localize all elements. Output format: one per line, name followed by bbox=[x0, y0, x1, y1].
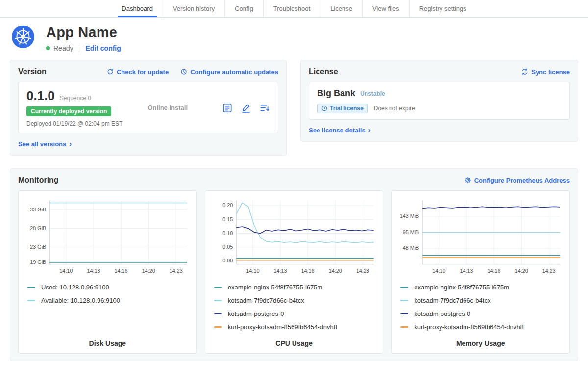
kubernetes-logo bbox=[11, 25, 35, 49]
monitoring-panel: Monitoring Configure Prometheus Address … bbox=[10, 168, 578, 361]
charts-row: 19 GiB23 GiB28 GiB33 GiB14:1014:1314:161… bbox=[18, 190, 570, 354]
sync-arrows-icon bbox=[521, 68, 528, 75]
app-status-row: Ready Edit config bbox=[46, 44, 121, 52]
svg-text:28 GiB: 28 GiB bbox=[30, 225, 46, 231]
legend-item: Available: 10.128.0.96:9100 bbox=[25, 294, 190, 307]
chart-canvas: 48 MiB95 MiB143 MiB14:1014:1314:1614:201… bbox=[398, 197, 563, 277]
version-panel-title: Version bbox=[18, 67, 47, 76]
status-label: Ready bbox=[53, 44, 73, 52]
chart-title: CPU Usage bbox=[212, 334, 376, 347]
see-all-versions-label: See all versions bbox=[18, 140, 66, 148]
legend-label: kotsadm-7f9dc7d66c-b4tcx bbox=[228, 297, 304, 304]
deployed-timestamp: Deployed 01/19/22 @ 02:04 pm EST bbox=[26, 120, 147, 127]
license-detail-row: Trial license Does not expire bbox=[317, 104, 562, 113]
release-notes-icon[interactable] bbox=[222, 103, 233, 113]
legend-dash bbox=[400, 313, 408, 314]
legend-item: kurl-proxy-kotsadm-8569fb6454-dnvh8 bbox=[212, 320, 376, 334]
tab-license[interactable]: License bbox=[320, 0, 362, 17]
cards-row: Version Check for update bbox=[0, 60, 588, 156]
page-title: App Name bbox=[46, 25, 121, 41]
legend-dash bbox=[214, 326, 222, 328]
cpu-usage-legend: example-nginx-54f8f76755-l675mkotsadm-7f… bbox=[212, 281, 376, 334]
current-version-card: 0.1.0 Sequence 0 Currently deployed vers… bbox=[18, 82, 278, 133]
tab-dashboard[interactable]: Dashboard bbox=[112, 0, 163, 17]
legend-label: kurl-proxy-kotsadm-8569fb6454-dnvh8 bbox=[228, 323, 337, 331]
cpu-usage-chart: 0.000.050.100.150.2014:1014:1314:1614:20… bbox=[212, 197, 376, 277]
version-number-row: 0.1.0 Sequence 0 bbox=[26, 88, 147, 104]
tab-troubleshoot[interactable]: Troubleshoot bbox=[263, 0, 320, 17]
legend-label: example-nginx-54f8f76755-l675m bbox=[228, 284, 323, 291]
tab-version-history[interactable]: Version history bbox=[163, 0, 224, 17]
configure-automatic-updates-label: Configure automatic updates bbox=[190, 68, 278, 76]
svg-text:0.05: 0.05 bbox=[222, 244, 233, 250]
gear-icon bbox=[465, 177, 471, 183]
check-for-update-link[interactable]: Check for update bbox=[107, 68, 169, 76]
legend-item: example-nginx-54f8f76755-l675m bbox=[398, 281, 563, 294]
chart-card-cpu: 0.000.050.100.150.2014:1014:1314:1614:20… bbox=[205, 190, 384, 354]
license-name-row: Big Bank Unstable bbox=[317, 88, 562, 99]
configure-automatic-updates-link[interactable]: Configure automatic updates bbox=[180, 68, 278, 76]
license-channel: Unstable bbox=[360, 90, 385, 97]
svg-text:48 MiB: 48 MiB bbox=[403, 245, 419, 251]
sync-license-link[interactable]: Sync license bbox=[521, 68, 570, 76]
legend-dash bbox=[214, 300, 222, 301]
chevron-right-icon: › bbox=[368, 126, 371, 133]
tab-view-files[interactable]: View files bbox=[362, 0, 409, 17]
legend-dash bbox=[400, 300, 408, 301]
check-for-update-label: Check for update bbox=[117, 68, 169, 76]
legend-dash bbox=[214, 313, 222, 314]
nav-tabs: DashboardVersion historyConfigTroublesho… bbox=[112, 0, 476, 17]
legend-label: Used: 10.128.0.96:9100 bbox=[41, 284, 109, 291]
svg-text:33 GiB: 33 GiB bbox=[30, 207, 46, 212]
clock-arrows-icon bbox=[180, 68, 187, 75]
chart-card-disk: 19 GiB23 GiB28 GiB33 GiB14:1014:1314:161… bbox=[18, 190, 197, 354]
version-panel-foot: See all versions › bbox=[18, 139, 278, 148]
svg-text:143 MiB: 143 MiB bbox=[400, 213, 419, 219]
monitoring-title: Monitoring bbox=[18, 176, 59, 184]
legend-label: Available: 10.128.0.96:9100 bbox=[41, 297, 120, 304]
svg-text:14:10: 14:10 bbox=[246, 268, 259, 274]
deploy-logs-icon[interactable] bbox=[259, 103, 270, 113]
svg-text:14:23: 14:23 bbox=[170, 268, 183, 274]
configure-prometheus-link[interactable]: Configure Prometheus Address bbox=[465, 177, 570, 184]
svg-text:14:16: 14:16 bbox=[488, 268, 501, 274]
tab-config[interactable]: Config bbox=[224, 0, 263, 17]
see-all-versions-link[interactable]: See all versions › bbox=[18, 140, 72, 148]
deployed-badge: Currently deployed version bbox=[26, 106, 111, 116]
legend-item: kotsadm-postgres-0 bbox=[398, 307, 563, 320]
app-header: App Name Ready Edit config bbox=[0, 18, 588, 52]
legend-item: kotsadm-postgres-0 bbox=[212, 307, 376, 320]
sequence-label: Sequence 0 bbox=[60, 95, 91, 102]
svg-text:14:16: 14:16 bbox=[115, 268, 128, 274]
legend-label: kurl-proxy-kotsadm-8569fb6454-dnvh8 bbox=[414, 323, 523, 331]
license-panel-title: License bbox=[309, 67, 338, 76]
trial-license-badge: Trial license bbox=[317, 104, 368, 113]
status-dot bbox=[46, 46, 50, 50]
disk-usage-legend: Used: 10.128.0.96:9100Available: 10.128.… bbox=[25, 281, 190, 307]
legend-dash bbox=[400, 326, 408, 328]
legend-dash bbox=[214, 287, 222, 288]
memory-usage-chart: 48 MiB95 MiB143 MiB14:1014:1314:1614:201… bbox=[398, 197, 563, 277]
svg-text:14:20: 14:20 bbox=[515, 268, 528, 274]
divider bbox=[79, 45, 79, 52]
svg-text:14:16: 14:16 bbox=[301, 268, 314, 274]
license-name: Big Bank bbox=[317, 88, 355, 99]
edit-config-icon[interactable] bbox=[241, 103, 251, 113]
chart-canvas: 0.000.050.100.150.2014:1014:1314:1614:20… bbox=[212, 197, 376, 277]
top-nav: DashboardVersion historyConfigTroublesho… bbox=[0, 0, 588, 18]
legend-dash bbox=[400, 287, 408, 288]
svg-text:14:10: 14:10 bbox=[433, 268, 446, 274]
legend-dash bbox=[27, 300, 35, 301]
configure-prometheus-label: Configure Prometheus Address bbox=[474, 177, 570, 184]
trial-license-label: Trial license bbox=[330, 105, 364, 112]
tab-registry-settings[interactable]: Registry settings bbox=[409, 0, 476, 17]
legend-item: kotsadm-7f9dc7d66c-b4tcx bbox=[398, 294, 563, 307]
chart-title: Disk Usage bbox=[25, 334, 190, 347]
svg-text:14:13: 14:13 bbox=[87, 268, 100, 274]
monitoring-head: Monitoring Configure Prometheus Address bbox=[18, 176, 570, 184]
see-license-details-link[interactable]: See license details › bbox=[309, 127, 371, 134]
edit-config-link[interactable]: Edit config bbox=[85, 44, 121, 52]
chart-title: Memory Usage bbox=[398, 334, 563, 347]
legend-label: kotsadm-postgres-0 bbox=[414, 310, 470, 317]
svg-text:14:23: 14:23 bbox=[542, 268, 556, 274]
